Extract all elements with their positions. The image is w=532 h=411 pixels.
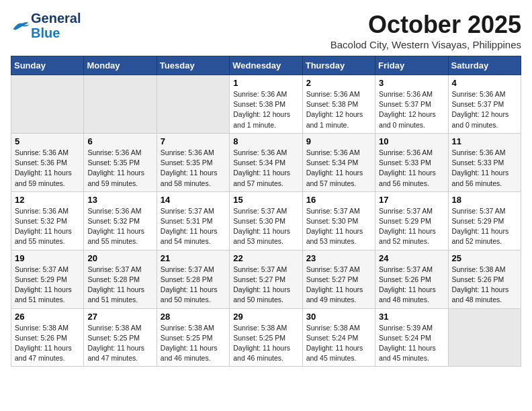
calendar-cell: 13Sunrise: 5:36 AM Sunset: 5:32 PM Dayli… xyxy=(84,191,157,250)
day-number: 5 xyxy=(15,136,80,146)
calendar-cell: 19Sunrise: 5:37 AM Sunset: 5:29 PM Dayli… xyxy=(11,250,84,308)
day-number: 6 xyxy=(87,136,152,146)
calendar-table: SundayMondayTuesdayWednesdayThursdayFrid… xyxy=(11,56,521,367)
day-info: Sunrise: 5:36 AM Sunset: 5:35 PM Dayligh… xyxy=(161,148,226,189)
calendar-week-row: 26Sunrise: 5:38 AM Sunset: 5:26 PM Dayli… xyxy=(11,308,521,367)
calendar-cell: 6Sunrise: 5:36 AM Sunset: 5:35 PM Daylig… xyxy=(84,133,157,191)
day-number: 12 xyxy=(15,195,80,205)
calendar-cell: 31Sunrise: 5:39 AM Sunset: 5:24 PM Dayli… xyxy=(375,308,448,367)
day-info: Sunrise: 5:37 AM Sunset: 5:29 PM Dayligh… xyxy=(452,206,517,247)
day-number: 31 xyxy=(379,312,444,322)
calendar-cell xyxy=(157,75,229,134)
day-info: Sunrise: 5:38 AM Sunset: 5:25 PM Dayligh… xyxy=(87,323,152,364)
day-number: 17 xyxy=(379,195,444,205)
calendar-week-row: 1Sunrise: 5:36 AM Sunset: 5:38 PM Daylig… xyxy=(11,75,521,134)
day-header-monday: Monday xyxy=(84,56,157,75)
day-info: Sunrise: 5:38 AM Sunset: 5:25 PM Dayligh… xyxy=(161,323,226,364)
calendar-cell: 22Sunrise: 5:37 AM Sunset: 5:27 PM Dayli… xyxy=(230,250,302,308)
day-number: 13 xyxy=(87,195,152,205)
calendar-cell xyxy=(11,75,84,134)
day-info: Sunrise: 5:38 AM Sunset: 5:24 PM Dayligh… xyxy=(306,323,371,364)
month-title: October 2025 xyxy=(330,11,521,39)
day-info: Sunrise: 5:36 AM Sunset: 5:34 PM Dayligh… xyxy=(306,148,371,189)
calendar-cell: 16Sunrise: 5:37 AM Sunset: 5:30 PM Dayli… xyxy=(302,191,375,250)
calendar-cell: 2Sunrise: 5:36 AM Sunset: 5:38 PM Daylig… xyxy=(302,75,375,134)
calendar-cell: 26Sunrise: 5:38 AM Sunset: 5:26 PM Dayli… xyxy=(11,308,84,367)
logo: General Blue xyxy=(11,11,81,40)
day-info: Sunrise: 5:36 AM Sunset: 5:38 PM Dayligh… xyxy=(306,89,371,130)
day-info: Sunrise: 5:37 AM Sunset: 5:30 PM Dayligh… xyxy=(306,206,371,247)
day-info: Sunrise: 5:37 AM Sunset: 5:27 PM Dayligh… xyxy=(233,265,298,306)
logo-icon xyxy=(11,19,30,32)
location-text: Bacolod City, Western Visayas, Philippin… xyxy=(330,39,521,50)
calendar-cell: 20Sunrise: 5:37 AM Sunset: 5:28 PM Dayli… xyxy=(84,250,157,308)
day-number: 26 xyxy=(15,312,80,322)
calendar-cell: 24Sunrise: 5:37 AM Sunset: 5:26 PM Dayli… xyxy=(375,250,448,308)
day-number: 2 xyxy=(306,78,371,88)
day-header-wednesday: Wednesday xyxy=(230,56,302,75)
day-info: Sunrise: 5:38 AM Sunset: 5:26 PM Dayligh… xyxy=(452,265,517,306)
day-info: Sunrise: 5:36 AM Sunset: 5:33 PM Dayligh… xyxy=(452,148,517,189)
day-number: 30 xyxy=(306,312,371,322)
day-number: 28 xyxy=(161,312,226,322)
day-number: 11 xyxy=(452,136,517,146)
day-info: Sunrise: 5:38 AM Sunset: 5:25 PM Dayligh… xyxy=(233,323,298,364)
calendar-cell xyxy=(84,75,157,134)
calendar-cell: 18Sunrise: 5:37 AM Sunset: 5:29 PM Dayli… xyxy=(448,191,521,250)
day-info: Sunrise: 5:36 AM Sunset: 5:37 PM Dayligh… xyxy=(452,89,517,130)
calendar-cell: 27Sunrise: 5:38 AM Sunset: 5:25 PM Dayli… xyxy=(84,308,157,367)
calendar-cell: 1Sunrise: 5:36 AM Sunset: 5:38 PM Daylig… xyxy=(230,75,302,134)
calendar-cell: 28Sunrise: 5:38 AM Sunset: 5:25 PM Dayli… xyxy=(157,308,229,367)
day-number: 21 xyxy=(161,253,226,263)
day-info: Sunrise: 5:37 AM Sunset: 5:27 PM Dayligh… xyxy=(306,265,371,306)
day-header-thursday: Thursday xyxy=(302,56,375,75)
day-number: 24 xyxy=(379,253,444,263)
day-header-sunday: Sunday xyxy=(11,56,84,75)
day-info: Sunrise: 5:37 AM Sunset: 5:28 PM Dayligh… xyxy=(161,265,226,306)
calendar-cell: 8Sunrise: 5:36 AM Sunset: 5:34 PM Daylig… xyxy=(230,133,302,191)
calendar-week-row: 19Sunrise: 5:37 AM Sunset: 5:29 PM Dayli… xyxy=(11,250,521,308)
day-number: 7 xyxy=(161,136,226,146)
calendar-cell: 3Sunrise: 5:36 AM Sunset: 5:37 PM Daylig… xyxy=(375,75,448,134)
day-info: Sunrise: 5:36 AM Sunset: 5:32 PM Dayligh… xyxy=(15,206,80,247)
day-info: Sunrise: 5:36 AM Sunset: 5:37 PM Dayligh… xyxy=(379,89,444,130)
calendar-cell: 30Sunrise: 5:38 AM Sunset: 5:24 PM Dayli… xyxy=(302,308,375,367)
calendar-cell: 7Sunrise: 5:36 AM Sunset: 5:35 PM Daylig… xyxy=(157,133,229,191)
page-header: General Blue October 2025 Bacolod City, … xyxy=(11,11,521,50)
day-number: 1 xyxy=(233,78,298,88)
calendar-cell: 15Sunrise: 5:37 AM Sunset: 5:30 PM Dayli… xyxy=(230,191,302,250)
day-number: 4 xyxy=(452,78,517,88)
calendar-cell: 21Sunrise: 5:37 AM Sunset: 5:28 PM Dayli… xyxy=(157,250,229,308)
day-header-friday: Friday xyxy=(375,56,448,75)
calendar-cell: 10Sunrise: 5:36 AM Sunset: 5:33 PM Dayli… xyxy=(375,133,448,191)
day-info: Sunrise: 5:36 AM Sunset: 5:32 PM Dayligh… xyxy=(87,206,152,247)
day-number: 27 xyxy=(87,312,152,322)
day-number: 23 xyxy=(306,253,371,263)
day-info: Sunrise: 5:36 AM Sunset: 5:35 PM Dayligh… xyxy=(87,148,152,189)
day-number: 15 xyxy=(233,195,298,205)
logo-text-blue: Blue xyxy=(31,26,81,40)
calendar-cell xyxy=(448,308,521,367)
day-number: 8 xyxy=(233,136,298,146)
calendar-cell: 23Sunrise: 5:37 AM Sunset: 5:27 PM Dayli… xyxy=(302,250,375,308)
calendar-cell: 25Sunrise: 5:38 AM Sunset: 5:26 PM Dayli… xyxy=(448,250,521,308)
day-info: Sunrise: 5:37 AM Sunset: 5:29 PM Dayligh… xyxy=(15,265,80,306)
day-number: 10 xyxy=(379,136,444,146)
day-number: 22 xyxy=(233,253,298,263)
day-info: Sunrise: 5:37 AM Sunset: 5:26 PM Dayligh… xyxy=(379,265,444,306)
day-info: Sunrise: 5:37 AM Sunset: 5:30 PM Dayligh… xyxy=(233,206,298,247)
day-number: 18 xyxy=(452,195,517,205)
day-info: Sunrise: 5:38 AM Sunset: 5:26 PM Dayligh… xyxy=(15,323,80,364)
calendar-cell: 9Sunrise: 5:36 AM Sunset: 5:34 PM Daylig… xyxy=(302,133,375,191)
calendar-cell: 11Sunrise: 5:36 AM Sunset: 5:33 PM Dayli… xyxy=(448,133,521,191)
day-number: 14 xyxy=(161,195,226,205)
title-block: October 2025 Bacolod City, Western Visay… xyxy=(330,11,521,50)
logo-text-general: General xyxy=(31,11,81,26)
day-number: 19 xyxy=(15,253,80,263)
calendar-cell: 14Sunrise: 5:37 AM Sunset: 5:31 PM Dayli… xyxy=(157,191,229,250)
calendar-cell: 29Sunrise: 5:38 AM Sunset: 5:25 PM Dayli… xyxy=(230,308,302,367)
day-number: 16 xyxy=(306,195,371,205)
calendar-cell: 4Sunrise: 5:36 AM Sunset: 5:37 PM Daylig… xyxy=(448,75,521,134)
day-info: Sunrise: 5:37 AM Sunset: 5:29 PM Dayligh… xyxy=(379,206,444,247)
calendar-cell: 5Sunrise: 5:36 AM Sunset: 5:36 PM Daylig… xyxy=(11,133,84,191)
